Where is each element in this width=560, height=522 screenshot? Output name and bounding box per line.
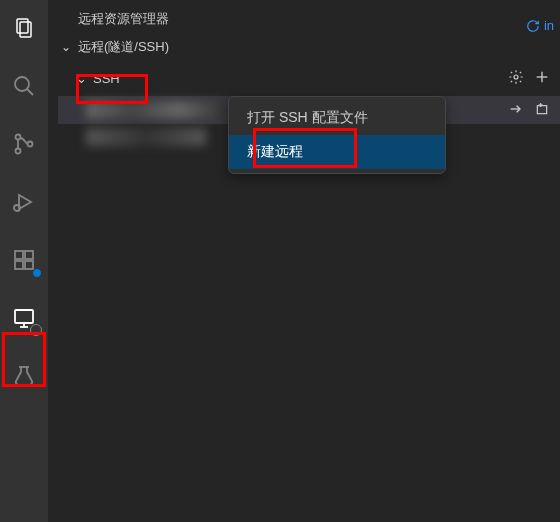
svg-rect-1 [20, 22, 31, 37]
host-sub-redacted [86, 128, 206, 146]
debug-icon[interactable] [0, 182, 48, 222]
svg-point-8 [14, 205, 20, 211]
remote-badge-icon [30, 324, 42, 336]
svg-point-6 [28, 142, 33, 147]
ssh-context-menu: 打开 SSH 配置文件 新建远程 [228, 96, 446, 174]
arrow-right-icon[interactable] [508, 101, 524, 120]
svg-rect-21 [537, 105, 546, 113]
svg-rect-11 [25, 261, 33, 269]
host-name-redacted [86, 101, 226, 119]
svg-rect-10 [15, 261, 23, 269]
chevron-down-icon: ⌄ [76, 71, 87, 86]
update-badge-icon [32, 268, 42, 278]
svg-point-5 [16, 149, 21, 154]
svg-point-4 [16, 135, 21, 140]
remote-explorer-icon[interactable] [0, 298, 48, 338]
panel-title: 远程资源管理器 [48, 0, 560, 36]
scm-icon[interactable] [0, 124, 48, 164]
svg-point-2 [15, 77, 29, 91]
tree-root-remote[interactable]: ⌄ 远程(隧道/SSH) [58, 36, 560, 58]
svg-rect-0 [17, 19, 28, 33]
activity-bar [0, 0, 48, 522]
menu-new-remote[interactable]: 新建远程 [229, 135, 445, 169]
tree-node-ssh[interactable]: ⌄ SSH [58, 64, 560, 92]
chevron-down-icon: ⌄ [58, 40, 74, 54]
gear-icon[interactable] [508, 69, 524, 88]
ssh-label: SSH [93, 71, 120, 86]
extensions-icon[interactable] [0, 240, 48, 280]
plus-icon[interactable] [534, 69, 550, 88]
sync-icon [526, 19, 540, 33]
tree-root-label: 远程(隧道/SSH) [78, 38, 169, 56]
svg-rect-9 [15, 251, 23, 259]
search-icon[interactable] [0, 66, 48, 106]
explorer-icon[interactable] [0, 8, 48, 48]
svg-rect-12 [25, 251, 33, 259]
top-right-hint: in [526, 18, 554, 33]
remote-explorer-panel: 远程资源管理器 ⌄ 远程(隧道/SSH) ⌄ SSH [48, 0, 560, 522]
menu-open-ssh-config[interactable]: 打开 SSH 配置文件 [229, 101, 445, 135]
testing-icon[interactable] [0, 356, 48, 396]
svg-point-17 [514, 75, 518, 79]
svg-line-3 [27, 89, 33, 95]
svg-rect-13 [15, 310, 33, 323]
svg-marker-7 [19, 195, 31, 209]
new-window-icon[interactable] [534, 101, 550, 120]
